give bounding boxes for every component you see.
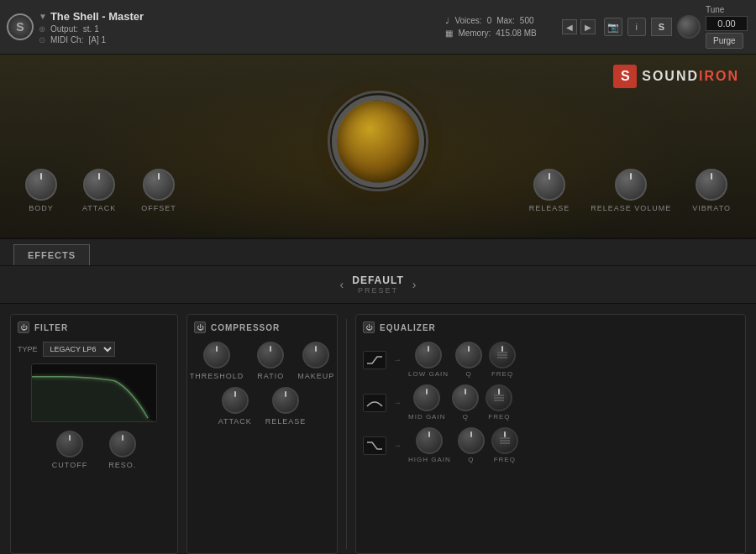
comp-release-knob[interactable] bbox=[272, 387, 299, 414]
high-gain-knob[interactable] bbox=[416, 427, 443, 454]
low-q-group: Q bbox=[455, 342, 482, 378]
mid-q-knob[interactable] bbox=[452, 384, 479, 411]
preset-prev-button[interactable]: ‹ bbox=[340, 278, 344, 291]
eq-rows: → LOW GAIN Q bbox=[363, 342, 738, 463]
tune-section: Tune 0.00 Purge bbox=[706, 5, 748, 49]
compressor-panel: ⏻ COMPRESSOR THRESHOLD RATIO MAKEUP bbox=[186, 314, 338, 554]
low-gain-knob[interactable] bbox=[415, 342, 442, 368]
attack-label: ATTACK bbox=[82, 204, 116, 212]
high-q-label: Q bbox=[468, 456, 474, 463]
tune-knob[interactable] bbox=[677, 15, 701, 39]
comp-knobs-row2: ATTACK RELEASE bbox=[194, 387, 330, 426]
comp-attack-knob[interactable] bbox=[222, 387, 249, 414]
mid-q-group: Q bbox=[452, 384, 479, 421]
compressor-title: COMPRESSOR bbox=[211, 323, 280, 332]
mid-gain-knob[interactable] bbox=[413, 384, 440, 411]
body-knob[interactable] bbox=[25, 169, 57, 201]
filter-toggle[interactable]: ⏻ bbox=[18, 321, 29, 333]
reso-control: RESO. bbox=[108, 431, 136, 469]
release-volume-knob[interactable] bbox=[615, 169, 647, 201]
offset-knob[interactable] bbox=[143, 169, 175, 201]
eq-row-low: → LOW GAIN Q bbox=[363, 342, 738, 378]
preset-next-button[interactable]: › bbox=[412, 278, 417, 291]
eq-panel-header: ⏻ EQUALIZER bbox=[363, 321, 738, 333]
s-button[interactable]: S bbox=[651, 18, 672, 36]
nav-prev-button[interactable]: ◀ bbox=[562, 19, 577, 34]
release-control: RELEASE bbox=[529, 169, 570, 212]
low-q-knob[interactable] bbox=[455, 342, 482, 368]
eq-title: EQUALIZER bbox=[380, 323, 436, 332]
ratio-knob[interactable] bbox=[257, 342, 284, 368]
threshold-knob[interactable] bbox=[203, 342, 230, 368]
ratio-label: RATIO bbox=[257, 372, 284, 380]
mid-freq-knob[interactable] bbox=[486, 384, 512, 411]
filter-type-select[interactable]: LEGACY LP6 bbox=[43, 342, 115, 357]
offset-label: OFFSET bbox=[141, 204, 176, 212]
high-q-knob[interactable] bbox=[458, 427, 485, 454]
release-label: RELEASE bbox=[529, 204, 570, 212]
mid-shape bbox=[363, 394, 386, 412]
low-freq-label: FREQ bbox=[491, 370, 513, 378]
makeup-control: MAKEUP bbox=[297, 342, 334, 380]
cutoff-label: CUTOFF bbox=[52, 461, 87, 469]
high-freq-group: FREQ bbox=[491, 427, 518, 463]
release-knob[interactable] bbox=[533, 169, 565, 201]
mid-q-label: Q bbox=[463, 413, 469, 421]
body-label: BODY bbox=[29, 204, 54, 212]
compressor-toggle[interactable]: ⏻ bbox=[194, 321, 206, 333]
comp-attack-control: ATTACK bbox=[218, 387, 252, 426]
preset-name: DEFAULT bbox=[352, 274, 403, 286]
release-volume-control: RELEASE VOLUME bbox=[591, 169, 671, 212]
filter-knobs: CUTOFF RESO. bbox=[18, 431, 171, 469]
soundiron-logo: S SOUNDIRON bbox=[613, 65, 739, 88]
comp-release-control: RELEASE bbox=[265, 387, 307, 426]
top-bar-mid: ♩ Voices: 0 Max: 500 ▦ Memory: 415.08 MB bbox=[432, 0, 549, 54]
memory-icon: ▦ bbox=[445, 29, 453, 38]
threshold-label: THRESHOLD bbox=[190, 372, 244, 380]
low-gain-label: LOW GAIN bbox=[408, 370, 449, 378]
dropdown-arrow[interactable]: ▼ bbox=[39, 12, 47, 21]
camera-button[interactable]: 📷 bbox=[604, 18, 622, 36]
cutoff-knob[interactable] bbox=[56, 431, 83, 457]
attack-knob[interactable] bbox=[83, 169, 115, 201]
info-button[interactable]: i bbox=[627, 18, 646, 36]
high-freq-knob[interactable] bbox=[491, 427, 518, 454]
main-content: ‹ DEFAULT PRESET › ⏻ FILTER TYPE LEGACY … bbox=[0, 266, 756, 554]
filter-panel: ⏻ FILTER TYPE LEGACY LP6 bbox=[10, 314, 178, 554]
preset-name-container: DEFAULT PRESET bbox=[352, 274, 403, 295]
nav-next-button[interactable]: ▶ bbox=[580, 19, 596, 34]
comp-knobs-row1: THRESHOLD RATIO MAKEUP bbox=[194, 342, 330, 380]
low-q-label: Q bbox=[465, 370, 471, 378]
high-gain-label: HIGH GAIN bbox=[408, 456, 451, 463]
nav-arrows: ◀ ▶ bbox=[559, 16, 599, 38]
makeup-knob[interactable] bbox=[302, 342, 329, 368]
filter-type-row: TYPE LEGACY LP6 bbox=[18, 342, 171, 357]
high-gain-group: HIGH GAIN bbox=[408, 427, 451, 463]
purge-button[interactable]: Purge bbox=[706, 33, 743, 49]
low-gain-group: LOW GAIN bbox=[408, 342, 449, 378]
reso-knob[interactable] bbox=[109, 431, 136, 457]
eq-arrow-3: → bbox=[393, 441, 402, 450]
low-freq-knob[interactable] bbox=[489, 342, 516, 368]
tune-value: 0.00 bbox=[706, 16, 748, 31]
compressor-panel-header: ⏻ COMPRESSOR bbox=[194, 321, 330, 333]
eq-toggle[interactable]: ⏻ bbox=[363, 321, 375, 333]
soundiron-s-logo: S bbox=[613, 65, 637, 88]
effects-tab[interactable]: EFFECTS bbox=[13, 244, 90, 265]
attack-control: ATTACK bbox=[82, 169, 116, 212]
left-controls: BODY ATTACK OFFSET bbox=[25, 169, 176, 212]
low-freq-group: FREQ bbox=[489, 342, 516, 378]
release-volume-label: RELEASE VOLUME bbox=[591, 204, 671, 212]
soundiron-text: SOUNDIRON bbox=[642, 69, 739, 84]
vibrato-knob[interactable] bbox=[696, 169, 727, 201]
top-bar-left: S ▼ The Shell - Master ⊕ Output: st. 1 ⊙… bbox=[0, 0, 432, 54]
body-control: BODY bbox=[25, 169, 57, 212]
eq-arrow-2: → bbox=[393, 398, 402, 407]
mid-gain-label: MID GAIN bbox=[408, 413, 445, 421]
filter-title: FILTER bbox=[34, 323, 68, 332]
vibrato-control: VIBRATO bbox=[692, 169, 731, 212]
instrument-name: The Shell - Master bbox=[50, 10, 144, 23]
notes-icon: ♩ bbox=[445, 16, 449, 25]
right-controls: RELEASE RELEASE VOLUME VIBRATO bbox=[529, 169, 731, 212]
high-q-group: Q bbox=[458, 427, 485, 463]
